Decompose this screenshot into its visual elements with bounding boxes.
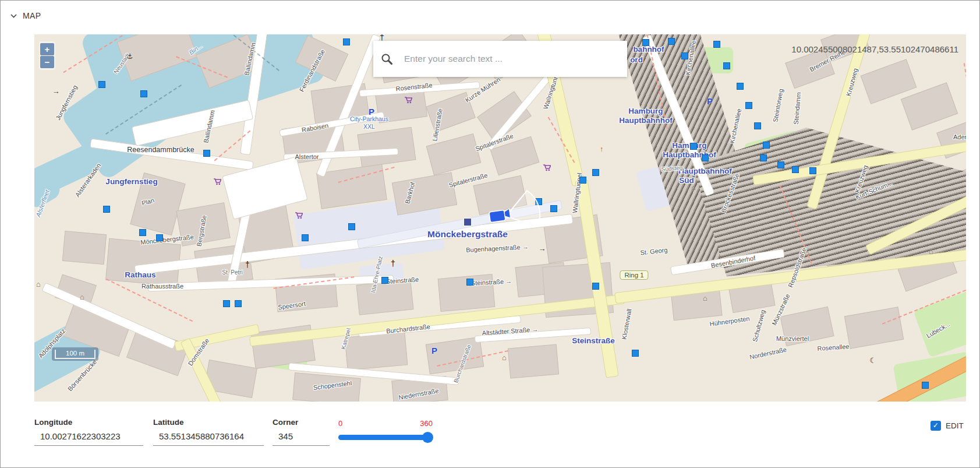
longitude-label: Longitude <box>34 418 143 427</box>
slider-fill[interactable] <box>338 435 427 440</box>
map-label: Ring 1 <box>620 270 648 280</box>
shopping-cart-icon <box>295 212 303 221</box>
map-label: Kurze Mühren <box>464 76 501 104</box>
map-label: Hamburg <box>672 141 706 150</box>
poi-marker-square <box>139 229 146 236</box>
mosque-icon: ☾ <box>869 356 876 365</box>
map-label: Rosenallee <box>817 343 850 352</box>
camera-marker[interactable] <box>489 209 511 223</box>
map-label: City-Parkhaus <box>350 115 388 122</box>
map-label: Klosterwall <box>620 308 632 340</box>
poi-marker-square <box>381 277 388 284</box>
map-label: Rathausstraße <box>141 283 183 290</box>
slider-thumb[interactable] <box>422 432 433 443</box>
edit-toggle[interactable]: ✓ EDIT <box>931 421 964 431</box>
vehicle-overlay <box>483 180 547 244</box>
map-label: Hamburg <box>628 107 663 115</box>
poi-marker-square <box>922 382 929 389</box>
poi-marker-square <box>777 161 784 168</box>
longitude-input[interactable] <box>34 430 143 446</box>
latitude-label: Latitude <box>153 418 264 427</box>
latitude-field: Latitude <box>153 418 264 446</box>
map-label: Steinstraße <box>572 336 615 345</box>
map[interactable]: JungfernstiegMönckebergstraßeRathausStei… <box>34 34 966 402</box>
poi-marker-square <box>690 143 697 150</box>
map-label: Adenau <box>953 133 966 140</box>
landmark-icon: ⌂ <box>805 248 809 257</box>
poi-marker-square <box>754 122 761 129</box>
building-block <box>357 127 416 168</box>
map-label: Jungfernstieg <box>105 177 157 186</box>
parking-icon: P <box>707 96 713 106</box>
edit-checkbox[interactable]: ✓ <box>931 421 941 431</box>
poi-marker-square <box>103 206 110 213</box>
building-block <box>356 279 414 315</box>
poi-marker-square <box>592 283 599 290</box>
poi-marker-square <box>763 142 770 149</box>
building-block <box>426 337 484 375</box>
anchor-icon: ⚓ <box>127 52 133 61</box>
poi-marker-square <box>632 350 639 357</box>
church-cross-icon: † <box>245 260 250 269</box>
zoom-controls: + − <box>39 41 55 70</box>
building-block <box>844 307 904 349</box>
latitude-input[interactable] <box>153 430 264 446</box>
map-label: Kirchenallee <box>728 108 742 144</box>
map-label: Alstertor <box>295 153 319 160</box>
map-label: Rathaus <box>125 270 155 279</box>
poi-marker-square <box>348 223 355 230</box>
edit-label: EDIT <box>946 421 964 430</box>
poi-marker-square <box>809 167 816 174</box>
map-label: Steinstraße <box>386 276 419 285</box>
map-panel: MAP JungfernstiegMönckebergstraßeRathaus… <box>0 0 980 468</box>
corner-slider: 0 360 <box>338 419 433 444</box>
map-label: St. Georg <box>640 247 668 256</box>
building-block <box>345 332 408 371</box>
slider-min-label: 0 <box>338 419 342 428</box>
poi-marker-square <box>343 38 350 45</box>
poi-marker-square <box>550 205 557 212</box>
landmark-icon: ⌂ <box>929 247 933 256</box>
building-block <box>508 344 559 378</box>
building-block <box>392 172 457 215</box>
panel-title: MAP <box>23 11 41 20</box>
zoom-in-button[interactable]: + <box>40 43 54 55</box>
poi-marker-square <box>302 234 309 241</box>
landmark-icon: ⌂ <box>36 280 41 288</box>
shopping-cart-icon <box>404 96 412 105</box>
map-label: Hauptbahnhof <box>619 116 672 125</box>
parking-icon: P <box>369 107 374 117</box>
slider-max-label: 360 <box>420 419 433 428</box>
map-label: XXL <box>363 123 375 130</box>
map-label: ord <box>630 55 643 64</box>
poi-marker-square <box>702 154 709 161</box>
poi-marker-square <box>98 81 105 88</box>
map-label: Steintorweg <box>772 88 784 122</box>
scale-label: 100 m <box>55 350 95 359</box>
map-label: Münzviertel <box>776 335 809 342</box>
map-label: Steindamm <box>793 92 802 125</box>
map-label: St. Petri <box>222 269 243 276</box>
shopping-cart-icon <box>213 178 221 187</box>
landmark-icon: ⌂ <box>703 294 707 302</box>
cursor-coordinates: 10.002455008021487,53.55102470486611 <box>791 44 958 54</box>
poi-marker-square <box>713 41 720 48</box>
poi-marker-square <box>140 90 147 97</box>
poi-marker-square <box>760 154 767 161</box>
view-cone <box>506 191 540 227</box>
search-input[interactable] <box>403 53 620 65</box>
corner-input[interactable] <box>273 430 330 446</box>
zoom-out-button[interactable]: − <box>40 56 54 68</box>
poi-marker-square <box>235 300 242 307</box>
poi-marker-square <box>681 52 688 59</box>
landmark-icon: ⌂ <box>80 293 84 301</box>
poi-marker-square <box>592 169 599 176</box>
map-label: Hühnerposten <box>709 315 750 328</box>
poi-marker-square <box>642 39 649 46</box>
panel-header[interactable]: MAP <box>10 11 41 20</box>
landmark-icon: ⌂ <box>691 183 696 192</box>
oneway-arrow-red-icon: ↑ <box>600 145 603 153</box>
map-label: Steinstraße → <box>471 277 512 287</box>
search-box[interactable] <box>373 41 627 77</box>
poi-marker-square <box>737 83 744 90</box>
